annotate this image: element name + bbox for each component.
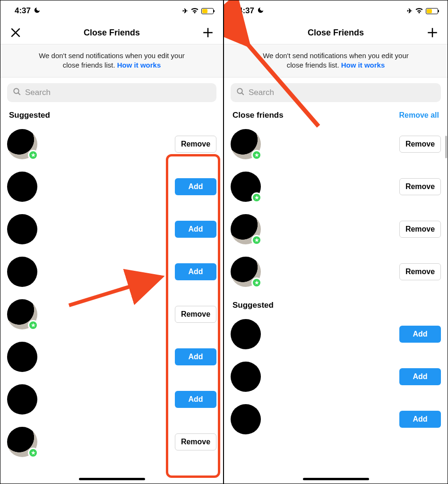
list-item: ★Remove bbox=[7, 293, 216, 336]
remove-button[interactable]: Remove bbox=[399, 136, 441, 153]
svg-point-0 bbox=[14, 88, 19, 94]
add-button[interactable]: Add bbox=[175, 348, 216, 365]
screenshot-left: 4:37 ✈ Close Friends We bbox=[0, 0, 224, 484]
remove-button[interactable]: Remove bbox=[175, 306, 216, 323]
add-icon[interactable] bbox=[201, 26, 215, 39]
close-friend-star-icon: ★ bbox=[251, 235, 262, 245]
scrollbar[interactable] bbox=[445, 136, 447, 158]
avatar[interactable]: ★ bbox=[231, 257, 261, 287]
suggested-list: AddAddAdd bbox=[224, 313, 448, 441]
add-button[interactable]: Add bbox=[175, 178, 216, 195]
remove-button[interactable]: Remove bbox=[399, 263, 441, 280]
add-button[interactable]: Add bbox=[399, 368, 441, 385]
list-item: Add bbox=[231, 355, 441, 398]
wifi-icon bbox=[190, 7, 199, 15]
close-icon[interactable] bbox=[233, 26, 246, 39]
do-not-disturb-icon bbox=[34, 7, 41, 15]
nav-bar: Close Friends bbox=[224, 21, 448, 44]
avatar[interactable]: ★ bbox=[7, 129, 37, 159]
section-suggested: Suggested bbox=[233, 301, 274, 310]
nav-bar: Close Friends bbox=[0, 21, 223, 44]
close-friend-star-icon: ★ bbox=[28, 320, 38, 330]
page-title: Close Friends bbox=[84, 28, 140, 38]
avatar[interactable] bbox=[231, 319, 261, 349]
wifi-icon bbox=[415, 7, 423, 15]
avatar[interactable] bbox=[7, 257, 37, 287]
remove-button[interactable]: Remove bbox=[399, 178, 441, 195]
list-item: Add bbox=[7, 378, 216, 421]
banner-text-line2: close friends list. bbox=[63, 61, 115, 69]
status-time: 4:37 bbox=[15, 6, 31, 16]
banner-text-line1: We don't send notifications when you edi… bbox=[263, 52, 409, 60]
remove-button[interactable]: Remove bbox=[399, 221, 441, 238]
close-friend-star-icon: ★ bbox=[28, 150, 38, 160]
close-friend-star-icon: ★ bbox=[251, 192, 262, 203]
remove-button[interactable]: Remove bbox=[175, 433, 216, 450]
info-banner: We don't send notifications when you edi… bbox=[0, 44, 223, 78]
svg-point-2 bbox=[237, 88, 242, 94]
list-item: ★Remove bbox=[7, 123, 216, 165]
list-item: ★Remove bbox=[7, 421, 216, 463]
page-title: Close Friends bbox=[308, 28, 364, 38]
search-input[interactable] bbox=[231, 83, 441, 102]
avatar[interactable]: ★ bbox=[7, 427, 37, 457]
how-it-works-link[interactable]: How it works bbox=[341, 61, 385, 69]
airplane-mode-icon: ✈ bbox=[182, 7, 188, 15]
home-indicator[interactable] bbox=[303, 478, 369, 480]
do-not-disturb-icon bbox=[257, 7, 264, 15]
avatar[interactable] bbox=[7, 214, 37, 244]
close-icon[interactable] bbox=[9, 26, 22, 39]
list-item: Add bbox=[7, 208, 216, 251]
avatar[interactable] bbox=[7, 342, 37, 372]
avatar[interactable] bbox=[7, 172, 37, 202]
avatar[interactable] bbox=[231, 362, 261, 392]
close-friend-star-icon: ★ bbox=[251, 150, 262, 160]
list-item: Add bbox=[231, 398, 441, 441]
avatar[interactable]: ★ bbox=[231, 172, 261, 202]
list-item: Add bbox=[7, 336, 216, 378]
add-button[interactable]: Add bbox=[399, 411, 441, 428]
add-button[interactable]: Add bbox=[175, 391, 216, 408]
close-friend-star-icon: ★ bbox=[28, 448, 38, 458]
status-bar: 4:37 ✈ bbox=[0, 0, 223, 21]
suggested-list: ★RemoveAddAddAdd★RemoveAddAdd★Remove bbox=[0, 123, 223, 463]
avatar[interactable] bbox=[7, 384, 37, 415]
add-icon[interactable] bbox=[426, 26, 439, 39]
add-button[interactable]: Add bbox=[175, 221, 216, 238]
remove-button[interactable]: Remove bbox=[175, 136, 216, 153]
search-input[interactable] bbox=[7, 83, 216, 102]
how-it-works-link[interactable]: How it works bbox=[117, 61, 161, 69]
battery-icon bbox=[426, 8, 438, 14]
list-item: Add bbox=[7, 251, 216, 293]
list-item: ★Remove bbox=[231, 251, 441, 293]
battery-icon bbox=[201, 8, 214, 14]
avatar[interactable]: ★ bbox=[231, 129, 261, 159]
section-close-friends: Close friends bbox=[233, 111, 284, 120]
info-banner: We don't send notifications when you edi… bbox=[224, 44, 448, 78]
status-bar: 4:37 ✈ bbox=[224, 0, 448, 21]
close-friend-star-icon: ★ bbox=[251, 277, 262, 288]
list-item: ★Remove bbox=[231, 208, 441, 251]
list-item: ★Remove bbox=[231, 123, 441, 165]
avatar[interactable] bbox=[231, 404, 261, 434]
avatar[interactable]: ★ bbox=[231, 214, 261, 244]
section-suggested: Suggested bbox=[9, 111, 50, 120]
status-time: 4:37 bbox=[238, 6, 254, 16]
search-icon bbox=[13, 87, 21, 98]
remove-all-link[interactable]: Remove all bbox=[399, 111, 439, 120]
search-field[interactable] bbox=[25, 88, 211, 97]
home-indicator[interactable] bbox=[79, 478, 145, 480]
banner-text-line2: close friends list. bbox=[287, 61, 339, 69]
close-friends-list: ★Remove★Remove★Remove★Remove bbox=[224, 123, 448, 293]
avatar[interactable]: ★ bbox=[7, 299, 37, 329]
add-button[interactable]: Add bbox=[399, 326, 441, 343]
banner-text-line1: We don't send notifications when you edi… bbox=[39, 52, 185, 60]
airplane-mode-icon: ✈ bbox=[407, 7, 413, 15]
search-field[interactable] bbox=[249, 88, 435, 97]
list-item: ★Remove bbox=[231, 165, 441, 208]
list-item: Add bbox=[7, 165, 216, 208]
add-button[interactable]: Add bbox=[175, 263, 216, 280]
search-icon bbox=[236, 87, 245, 98]
screenshot-right: 4:37 ✈ Close Friends We bbox=[224, 0, 448, 484]
list-item: Add bbox=[231, 313, 441, 355]
